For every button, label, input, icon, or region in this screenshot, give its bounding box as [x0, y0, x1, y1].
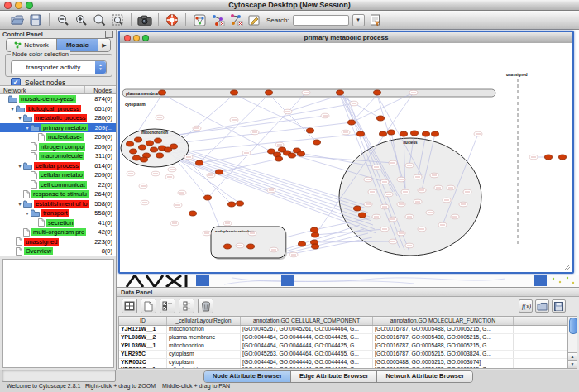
network-view-window[interactable]: primary metabolic process plasma membran… — [118, 31, 574, 274]
annotation-icon[interactable] — [246, 12, 261, 27]
status-progress-box — [2, 370, 116, 382]
tab-overflow-arrow-icon[interactable]: ▶ — [98, 39, 110, 51]
tree-row[interactable]: ▾transport558(0) — [0, 208, 116, 218]
network-label: response to stimulu — [31, 190, 89, 198]
tree-row[interactable]: cellular metabo209(0) — [0, 170, 116, 180]
toolbar-separator — [131, 13, 132, 26]
table-cell: [GO:0045267, GO:0045261, GO:0044464, G..… — [241, 326, 373, 333]
column-header[interactable]: annotation.GO MOLECULAR_FUNCTION — [373, 317, 514, 325]
tab-mosaic[interactable]: Mosaic — [57, 39, 98, 51]
scroll-down-icon[interactable]: ▼ — [568, 360, 577, 368]
table-row[interactable]: YPL036W__1mitochondrion[GO:0044464, GO:0… — [119, 342, 567, 351]
close-icon[interactable] — [4, 2, 12, 9]
node-color-dropdown[interactable]: transporter activity ▲▼ — [11, 60, 107, 74]
new-attribute-icon[interactable] — [141, 299, 156, 313]
network-overview-icon[interactable] — [192, 12, 207, 27]
disclosure-triangle-icon[interactable]: ▾ — [24, 210, 31, 216]
tree-row[interactable]: ▾establishment of lo558(0) — [0, 199, 116, 209]
node-count: 614(0) — [94, 162, 112, 170]
tab-edge-attribute-browser[interactable]: Edge Attribute Browser — [291, 371, 377, 382]
disclosure-triangle-icon[interactable]: ▾ — [17, 115, 23, 121]
network-canvas[interactable]: plasma membranecytoplasmnucleusmitochond… — [120, 43, 572, 272]
tree-row[interactable]: nucleobase-209(0) — [0, 132, 116, 142]
disclosure-triangle-icon[interactable]: ▾ — [17, 163, 23, 169]
table-cell: YKR052C — [119, 359, 167, 366]
network-label: unassigned — [24, 238, 59, 246]
table-row[interactable]: YKR052Ccytoplasm[GO:0044464, GO:0044446,… — [119, 359, 567, 367]
column-header[interactable]: ID — [119, 317, 167, 325]
tree-row[interactable]: unassigned223(0) — [0, 237, 116, 247]
table-row[interactable]: YLR295Ccytoplasm[GO:0045263, GO:0044464,… — [119, 351, 567, 359]
folder-icon — [8, 95, 17, 103]
network-desktop: primary metabolic process plasma membran… — [117, 30, 579, 287]
help-icon[interactable] — [165, 12, 179, 27]
open-icon[interactable] — [10, 12, 25, 27]
table-cell: [GO:0044464, GO:0044446, GO:0044444, G..… — [241, 359, 373, 366]
tree-row[interactable]: ▾cellular process614(0) — [0, 161, 116, 171]
zoom-window-icon[interactable] — [26, 2, 33, 9]
svg-text:nucleus: nucleus — [403, 141, 418, 145]
tree-row[interactable]: secretion41(0) — [0, 218, 116, 228]
tree-row[interactable]: macromolecule311(0) — [0, 151, 116, 161]
tree-row[interactable]: ▾biological_process651(0) — [0, 104, 116, 114]
folder-icon — [23, 114, 32, 122]
tree-row[interactable]: mosaic-demo-yeast874(0) — [0, 94, 116, 104]
layout-icon-1[interactable] — [210, 12, 225, 27]
zoom-out-icon[interactable] — [55, 12, 70, 27]
network-label: cell communicat — [39, 181, 87, 189]
column-header[interactable]: _cellularLayoutRegion — [167, 317, 241, 325]
disclosure-triangle-icon[interactable]: ▾ — [17, 201, 23, 207]
tab-network-attribute-browser[interactable]: Network Attribute Browser — [377, 371, 472, 382]
function-builder-icon[interactable]: f(x) — [519, 299, 533, 313]
table-row[interactable]: YPL036W__2plasma membrane[GO:0044464, GO… — [119, 334, 567, 342]
tree-row[interactable]: ▾primary metabo209(... — [0, 123, 116, 133]
node-count: 209(0) — [94, 171, 112, 179]
tree-row[interactable]: nitrogen compo209(0) — [0, 142, 116, 152]
table-row[interactable]: YJR121W__1mitochondrion[GO:0045267, GO:0… — [119, 326, 567, 334]
zoom-in-icon[interactable] — [74, 12, 89, 27]
table-row[interactable]: YDR039C__1mitochondrion[GO:0044464, GO:0… — [119, 366, 567, 369]
table-panel-icon[interactable] — [122, 299, 137, 313]
tab-network[interactable]: Network — [7, 39, 57, 51]
save-icon[interactable] — [28, 12, 43, 27]
network-window-titlebar[interactable]: primary metabolic process — [120, 32, 572, 44]
tree-row[interactable]: ▾metabolic process280(0) — [0, 113, 116, 123]
tree-row[interactable]: response to stimulu264(0) — [0, 189, 116, 199]
delete-attribute-icon[interactable] — [198, 299, 213, 313]
minimize-icon[interactable] — [15, 2, 22, 9]
node-count: 264(0) — [94, 190, 112, 198]
column-header[interactable]: annotation.GO CELLULAR_COMPONENT — [241, 317, 373, 325]
zoom-selected-icon[interactable] — [110, 12, 125, 27]
window-controls — [4, 2, 33, 9]
attribute-checkbox-icon[interactable] — [179, 299, 194, 313]
chevron-down-icon[interactable]: ▾ — [352, 14, 365, 26]
snapshot-icon[interactable] — [137, 12, 152, 27]
tree-row[interactable]: cell communicat22(0) — [0, 180, 116, 190]
disclosure-triangle-icon[interactable]: ▾ — [24, 125, 31, 131]
advanced-search-icon[interactable] — [368, 12, 383, 27]
save-attributes-icon[interactable] — [552, 299, 566, 313]
close-icon[interactable] — [124, 35, 131, 41]
folder-icon — [23, 200, 32, 208]
network-label: cellular process — [34, 162, 80, 170]
network-tree: mosaic-demo-yeast874(0)▾biological_proce… — [0, 94, 116, 256]
minimize-icon[interactable] — [133, 35, 140, 41]
select-attributes-icon[interactable] — [160, 299, 175, 313]
background-network-shapes — [127, 275, 186, 287]
disclosure-triangle-icon[interactable]: ▾ — [9, 106, 16, 112]
network-label: nitrogen compo — [39, 143, 85, 151]
zoom-fit-icon[interactable] — [92, 12, 107, 27]
tree-row[interactable]: Overview8(0) — [0, 246, 116, 256]
import-attributes-icon[interactable] — [535, 299, 549, 313]
layout-icon-2[interactable] — [228, 12, 243, 27]
search-input[interactable] — [293, 15, 349, 26]
table-scrollbar[interactable]: ▲ ▼ — [567, 316, 577, 369]
network-label: macromolecule — [39, 152, 84, 160]
app-titlebar[interactable]: Cytoscape Desktop (New Session) — [0, 0, 579, 11]
float-panel-icon[interactable] — [105, 31, 113, 38]
table-cell: cytoplasm — [167, 351, 241, 358]
scrollbar-thumb[interactable] — [569, 318, 577, 334]
tab-node-attribute-browser[interactable]: Node Attribute Browser — [204, 371, 291, 382]
tree-row[interactable]: multi-organism pro42(0) — [0, 227, 116, 237]
zoom-window-icon[interactable] — [142, 35, 149, 41]
